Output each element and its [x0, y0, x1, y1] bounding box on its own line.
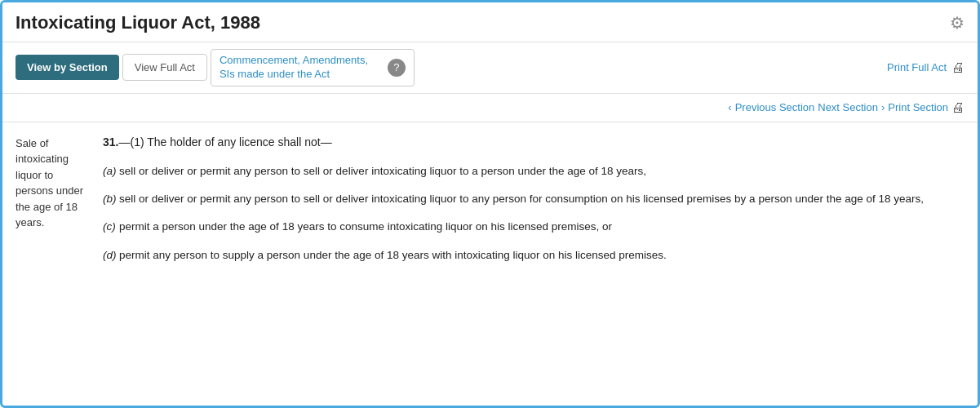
link-icon[interactable]: ⚙ [950, 13, 964, 33]
view-full-act-button[interactable]: View Full Act [122, 54, 207, 81]
next-chevron: › [881, 101, 885, 113]
previous-section-link[interactable]: Previous Section [735, 101, 815, 113]
list-item: (c)permit a person under the age of 18 y… [103, 219, 964, 235]
nav-bar: ‹ Previous Section Next Section › Print … [2, 94, 978, 122]
section-heading: 31.—(1) The holder of any licence shall … [103, 135, 964, 149]
print-full-icon[interactable]: 🖨 [951, 60, 964, 75]
list-label: (d) [103, 247, 117, 264]
list-label: (c) [103, 219, 116, 235]
list-item: (a)sell or deliver or permit any person … [103, 163, 964, 180]
toolbar-right: Print Full Act 🖨 [887, 60, 964, 75]
help-icon[interactable]: ? [388, 59, 406, 77]
content-area: Sale of intoxicating liquor to persons u… [2, 122, 978, 288]
list-item: (d)permit any person to supply a person … [103, 247, 964, 264]
list-label: (b) [103, 191, 117, 207]
next-section-link[interactable]: Next Section [818, 101, 878, 113]
main-content: 31.—(1) The holder of any licence shall … [96, 122, 978, 288]
list-item: (b)sell or deliver or permit any person … [103, 191, 964, 207]
prev-chevron: ‹ [728, 101, 731, 113]
view-by-section-button[interactable]: View by Section [16, 55, 119, 80]
print-section-link[interactable]: Print Section [888, 101, 948, 113]
header: Intoxicating Liquor Act, 1988 ⚙ [2, 2, 978, 42]
list-label: (a) [103, 163, 117, 180]
commencement-label: Commencement, Amendments, SIs made under… [220, 54, 383, 82]
print-full-act-link[interactable]: Print Full Act [887, 61, 947, 73]
sidebar-label: Sale of intoxicating liquor to persons u… [2, 122, 96, 288]
toolbar: View by Section View Full Act Commenceme… [2, 42, 978, 94]
section-list: (a)sell or deliver or permit any person … [103, 163, 964, 264]
page-title: Intoxicating Liquor Act, 1988 [16, 12, 260, 33]
print-section-icon[interactable]: 🖨 [951, 100, 964, 115]
commencement-button[interactable]: Commencement, Amendments, SIs made under… [211, 49, 415, 86]
